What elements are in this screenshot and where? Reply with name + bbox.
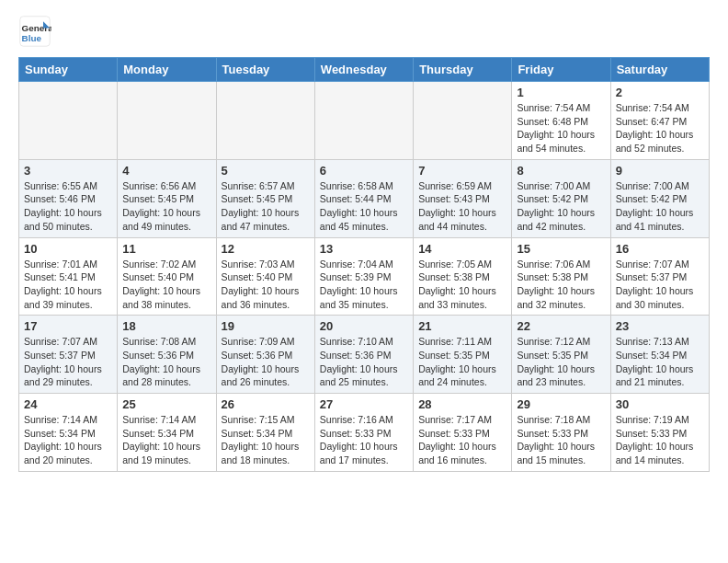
calendar-cell: 24Sunrise: 7:14 AM Sunset: 5:34 PM Dayli… — [19, 394, 118, 472]
calendar-cell: 5Sunrise: 6:57 AM Sunset: 5:45 PM Daylig… — [216, 159, 314, 237]
calendar-cell: 26Sunrise: 7:15 AM Sunset: 5:34 PM Dayli… — [216, 394, 314, 472]
calendar-cell — [118, 82, 216, 160]
calendar-day-header: Sunday — [19, 58, 118, 82]
cell-info: Sunrise: 7:00 AM Sunset: 5:42 PM Dayligh… — [616, 179, 704, 234]
cell-info: Sunrise: 7:17 AM Sunset: 5:33 PM Dayligh… — [418, 413, 506, 467]
calendar-week-row: 3Sunrise: 6:55 AM Sunset: 5:46 PM Daylig… — [19, 159, 710, 237]
cell-info: Sunrise: 7:13 AM Sunset: 5:34 PM Dayligh… — [616, 335, 704, 389]
calendar-cell: 15Sunrise: 7:06 AM Sunset: 5:38 PM Dayli… — [512, 237, 610, 316]
cell-day-number: 1 — [517, 86, 605, 99]
calendar-cell — [19, 82, 118, 160]
cell-day-number: 28 — [418, 397, 506, 411]
calendar-cell: 2Sunrise: 7:54 AM Sunset: 6:47 PM Daylig… — [610, 82, 709, 160]
calendar-week-row: 17Sunrise: 7:07 AM Sunset: 5:37 PM Dayli… — [19, 316, 710, 394]
calendar-cell: 28Sunrise: 7:17 AM Sunset: 5:33 PM Dayli… — [414, 394, 512, 472]
cell-info: Sunrise: 7:06 AM Sunset: 5:38 PM Dayligh… — [517, 258, 605, 312]
calendar-cell: 13Sunrise: 7:04 AM Sunset: 5:39 PM Dayli… — [314, 237, 413, 316]
cell-day-number: 15 — [517, 242, 605, 256]
svg-text:General: General — [22, 23, 51, 33]
cell-info: Sunrise: 7:10 AM Sunset: 5:36 PM Dayligh… — [320, 335, 408, 389]
calendar-cell: 25Sunrise: 7:14 AM Sunset: 5:34 PM Dayli… — [118, 394, 216, 472]
calendar-day-header: Friday — [512, 58, 610, 82]
cell-day-number: 12 — [222, 242, 310, 256]
cell-info: Sunrise: 7:05 AM Sunset: 5:38 PM Dayligh… — [418, 258, 506, 312]
calendar-cell: 21Sunrise: 7:11 AM Sunset: 5:35 PM Dayli… — [414, 316, 512, 394]
calendar-week-row: 1Sunrise: 7:54 AM Sunset: 6:48 PM Daylig… — [19, 82, 710, 160]
calendar-table: SundayMondayTuesdayWednesdayThursdayFrid… — [18, 57, 710, 472]
calendar-cell — [414, 82, 512, 160]
cell-day-number: 5 — [222, 164, 310, 178]
calendar-cell: 11Sunrise: 7:02 AM Sunset: 5:40 PM Dayli… — [118, 237, 216, 316]
cell-info: Sunrise: 7:02 AM Sunset: 5:40 PM Dayligh… — [122, 258, 210, 312]
calendar-cell: 4Sunrise: 6:56 AM Sunset: 5:45 PM Daylig… — [118, 159, 216, 237]
cell-day-number: 11 — [122, 242, 210, 256]
cell-info: Sunrise: 7:00 AM Sunset: 5:42 PM Dayligh… — [517, 179, 605, 234]
cell-info: Sunrise: 7:08 AM Sunset: 5:36 PM Dayligh… — [122, 335, 210, 389]
cell-day-number: 21 — [418, 319, 506, 333]
svg-text:Blue: Blue — [22, 33, 42, 43]
cell-day-number: 23 — [616, 319, 704, 333]
calendar-cell: 19Sunrise: 7:09 AM Sunset: 5:36 PM Dayli… — [216, 316, 314, 394]
cell-info: Sunrise: 7:16 AM Sunset: 5:33 PM Dayligh… — [320, 413, 408, 467]
cell-day-number: 14 — [418, 242, 506, 256]
cell-info: Sunrise: 7:54 AM Sunset: 6:48 PM Dayligh… — [517, 101, 605, 155]
calendar-cell: 27Sunrise: 7:16 AM Sunset: 5:33 PM Dayli… — [314, 394, 413, 472]
cell-info: Sunrise: 7:04 AM Sunset: 5:39 PM Dayligh… — [320, 258, 408, 312]
cell-info: Sunrise: 7:14 AM Sunset: 5:34 PM Dayligh… — [122, 413, 210, 467]
logo-icon: General Blue — [18, 15, 51, 48]
cell-day-number: 24 — [24, 397, 112, 411]
cell-info: Sunrise: 7:18 AM Sunset: 5:33 PM Dayligh… — [517, 413, 605, 467]
cell-day-number: 25 — [122, 397, 210, 411]
calendar-cell: 30Sunrise: 7:19 AM Sunset: 5:33 PM Dayli… — [610, 394, 709, 472]
calendar-cell: 14Sunrise: 7:05 AM Sunset: 5:38 PM Dayli… — [414, 237, 512, 316]
logo: General Blue — [18, 15, 55, 48]
cell-day-number: 10 — [24, 242, 112, 256]
cell-day-number: 30 — [616, 397, 704, 411]
calendar-day-header: Wednesday — [314, 58, 413, 82]
cell-day-number: 4 — [122, 164, 210, 178]
page: General Blue SundayMondayTuesdayWednesda… — [0, 0, 728, 481]
calendar-cell: 1Sunrise: 7:54 AM Sunset: 6:48 PM Daylig… — [512, 82, 610, 160]
cell-info: Sunrise: 7:01 AM Sunset: 5:41 PM Dayligh… — [24, 258, 112, 312]
cell-info: Sunrise: 7:14 AM Sunset: 5:34 PM Dayligh… — [24, 413, 112, 467]
calendar-cell: 9Sunrise: 7:00 AM Sunset: 5:42 PM Daylig… — [610, 159, 709, 237]
calendar-header-row: SundayMondayTuesdayWednesdayThursdayFrid… — [19, 58, 710, 82]
calendar-cell: 6Sunrise: 6:58 AM Sunset: 5:44 PM Daylig… — [314, 159, 413, 237]
cell-day-number: 16 — [616, 242, 704, 256]
cell-day-number: 20 — [320, 319, 408, 333]
cell-info: Sunrise: 7:07 AM Sunset: 5:37 PM Dayligh… — [616, 258, 704, 312]
cell-info: Sunrise: 6:56 AM Sunset: 5:45 PM Dayligh… — [122, 179, 210, 234]
cell-info: Sunrise: 7:15 AM Sunset: 5:34 PM Dayligh… — [222, 413, 310, 467]
calendar-day-header: Saturday — [610, 58, 709, 82]
calendar-week-row: 24Sunrise: 7:14 AM Sunset: 5:34 PM Dayli… — [19, 394, 710, 472]
cell-day-number: 17 — [24, 319, 112, 333]
cell-day-number: 26 — [222, 397, 310, 411]
cell-day-number: 19 — [222, 319, 310, 333]
calendar-cell: 8Sunrise: 7:00 AM Sunset: 5:42 PM Daylig… — [512, 159, 610, 237]
cell-day-number: 3 — [24, 164, 112, 178]
calendar-cell: 17Sunrise: 7:07 AM Sunset: 5:37 PM Dayli… — [19, 316, 118, 394]
cell-day-number: 27 — [320, 397, 408, 411]
calendar-cell: 3Sunrise: 6:55 AM Sunset: 5:46 PM Daylig… — [19, 159, 118, 237]
calendar-week-row: 10Sunrise: 7:01 AM Sunset: 5:41 PM Dayli… — [19, 237, 710, 316]
calendar-cell: 7Sunrise: 6:59 AM Sunset: 5:43 PM Daylig… — [414, 159, 512, 237]
cell-day-number: 2 — [616, 86, 704, 99]
calendar-cell: 20Sunrise: 7:10 AM Sunset: 5:36 PM Dayli… — [314, 316, 413, 394]
calendar-day-header: Monday — [118, 58, 216, 82]
cell-day-number: 29 — [517, 397, 605, 411]
cell-day-number: 13 — [320, 242, 408, 256]
cell-info: Sunrise: 7:19 AM Sunset: 5:33 PM Dayligh… — [616, 413, 704, 467]
cell-day-number: 22 — [517, 319, 605, 333]
calendar-cell: 12Sunrise: 7:03 AM Sunset: 5:40 PM Dayli… — [216, 237, 314, 316]
calendar-day-header: Tuesday — [216, 58, 314, 82]
calendar-cell — [216, 82, 314, 160]
calendar-cell: 10Sunrise: 7:01 AM Sunset: 5:41 PM Dayli… — [19, 237, 118, 316]
calendar-cell: 18Sunrise: 7:08 AM Sunset: 5:36 PM Dayli… — [118, 316, 216, 394]
cell-info: Sunrise: 7:03 AM Sunset: 5:40 PM Dayligh… — [222, 258, 310, 312]
cell-info: Sunrise: 6:57 AM Sunset: 5:45 PM Dayligh… — [222, 179, 310, 234]
cell-day-number: 6 — [320, 164, 408, 178]
cell-day-number: 18 — [122, 319, 210, 333]
calendar-day-header: Thursday — [414, 58, 512, 82]
calendar-cell — [314, 82, 413, 160]
cell-info: Sunrise: 7:12 AM Sunset: 5:35 PM Dayligh… — [517, 335, 605, 389]
